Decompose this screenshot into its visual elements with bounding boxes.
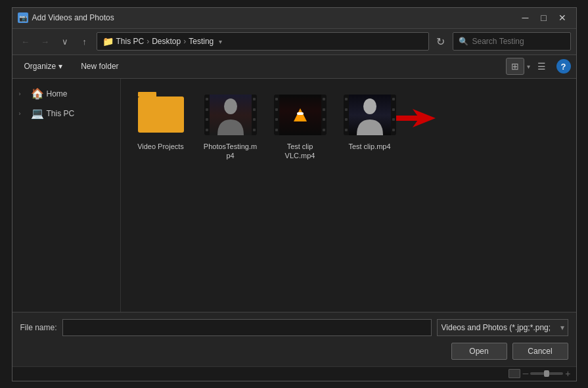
folder-thumbnail: [135, 92, 187, 138]
home-expand-arrow: ›: [19, 91, 27, 97]
this-pc-expand-arrow: ›: [19, 110, 27, 117]
this-pc-label: This PC: [47, 109, 114, 118]
view-grid-button[interactable]: ⊞: [506, 58, 524, 75]
zoom-thumb: [544, 370, 549, 377]
home-icon: 🏠: [31, 87, 43, 100]
window-controls: ─ □ ✕: [517, 11, 571, 24]
file-name: Test clip VLC.mp4: [273, 142, 327, 161]
zoom-plus-icon[interactable]: +: [565, 368, 570, 379]
svg-point-0: [224, 98, 237, 114]
film-strip-right: [321, 95, 327, 135]
sidebar-item-home[interactable]: › 🏠 Home: [12, 84, 120, 104]
svg-rect-3: [396, 116, 419, 121]
person-silhouette-2: [349, 95, 391, 135]
folder-icon: [138, 97, 184, 133]
down-button[interactable]: ∨: [57, 33, 73, 49]
view-list-icon: ☰: [537, 61, 546, 72]
file-grid: Video Projects: [131, 89, 566, 163]
organize-chevron: ▾: [58, 62, 62, 71]
app-icon: 📷: [18, 12, 28, 23]
help-button[interactable]: ?: [556, 59, 571, 74]
path-sep-1: ›: [147, 37, 149, 46]
view-buttons: ⊞ ▾ ☰: [506, 58, 551, 75]
red-arrow-svg: [396, 109, 436, 127]
help-label: ?: [561, 62, 566, 72]
red-arrow-indicator: [396, 109, 436, 129]
zoom-control: ─ +: [523, 368, 571, 379]
minimize-button[interactable]: ─: [517, 11, 534, 24]
path-testing: Testing: [189, 37, 214, 46]
refresh-button[interactable]: ↻: [433, 33, 449, 49]
video-thumbnail: [344, 92, 396, 138]
toolbar: Organize ▾ New folder ⊞ ▾ ☰ ?: [12, 55, 576, 79]
film-strip-left: [204, 95, 210, 135]
organize-label: Organize: [24, 62, 57, 71]
back-button[interactable]: ←: [18, 33, 34, 49]
title-bar: 📷 Add Videos and Photos ─ □ ✕: [12, 8, 576, 29]
list-item[interactable]: Test clip VLC.mp4: [271, 89, 330, 163]
file-name: PhotosTesting.mp4: [204, 142, 258, 161]
vlc-cone-icon: [294, 108, 307, 121]
new-folder-button[interactable]: New folder: [74, 58, 125, 75]
up-button[interactable]: ↑: [77, 33, 93, 49]
sidebar-item-this-pc[interactable]: › 💻 This PC: [12, 104, 120, 123]
organize-button[interactable]: Organize ▾: [18, 58, 70, 75]
person-silhouette: [210, 95, 252, 135]
video-thumbnail: [274, 92, 327, 138]
search-input[interactable]: [472, 37, 571, 46]
filetype-wrapper: Videos and Photos (*.jpg;*.png;: [437, 319, 568, 336]
zoom-slider[interactable]: [530, 372, 563, 375]
video-content: [210, 95, 252, 135]
filetype-select[interactable]: Videos and Photos (*.jpg;*.png;: [437, 319, 568, 336]
path-folder-icon: 📁: [102, 36, 114, 47]
this-pc-icon: 💻: [31, 107, 43, 119]
view-list-button[interactable]: ☰: [533, 58, 551, 75]
maximize-button[interactable]: □: [535, 11, 553, 24]
status-icon-1: [509, 369, 520, 378]
path-chevron: ▾: [219, 38, 222, 45]
filename-label: File name:: [20, 323, 57, 332]
view-grid-icon: ⊞: [511, 61, 519, 72]
home-label: Home: [47, 89, 114, 98]
video-content: [349, 95, 391, 135]
film-strip-right: [391, 95, 396, 135]
close-button[interactable]: ✕: [554, 11, 571, 24]
sidebar: › 🏠 Home › 💻 This PC: [12, 79, 121, 312]
film-strip-right: [252, 95, 257, 135]
filename-row: File name: Videos and Photos (*.jpg;*.pn…: [20, 319, 568, 336]
file-name: Video Projects: [137, 142, 184, 151]
action-row: Open Cancel: [20, 343, 568, 360]
list-item[interactable]: Video Projects: [131, 89, 191, 163]
forward-button[interactable]: →: [37, 33, 53, 49]
svg-point-1: [363, 98, 376, 114]
list-item[interactable]: PhotosTesting.mp4: [201, 89, 260, 163]
add-videos-dialog: 📷 Add Videos and Photos ─ □ ✕ ← → ∨ ↑ 📁 …: [12, 7, 577, 381]
view-dropdown-chevron: ▾: [527, 63, 530, 70]
open-button[interactable]: Open: [451, 343, 507, 360]
path-this-pc: This PC: [116, 37, 145, 46]
video-frame: [274, 95, 327, 135]
file-name: Test clip.mp4: [348, 142, 390, 151]
cancel-button[interactable]: Cancel: [512, 343, 568, 360]
path-desktop: Desktop: [152, 37, 181, 46]
address-path[interactable]: 📁 This PC › Desktop › Testing ▾: [97, 32, 429, 51]
video-frame: [204, 95, 257, 135]
video-content: [279, 95, 321, 135]
file-area: Video Projects: [121, 79, 576, 312]
status-bar: ─ +: [12, 366, 576, 381]
main-content: › 🏠 Home › 💻 This PC Video Projects: [12, 79, 576, 312]
bottom-bar: File name: Videos and Photos (*.jpg;*.pn…: [12, 312, 576, 366]
address-bar: ← → ∨ ↑ 📁 This PC › Desktop › Testing ▾ …: [12, 29, 576, 55]
video-thumbnail: [204, 92, 257, 138]
zoom-minus-icon[interactable]: ─: [523, 369, 529, 378]
path-sep-2: ›: [183, 37, 186, 46]
dialog-title: Add Videos and Photos: [32, 13, 517, 22]
film-strip-left: [274, 95, 279, 135]
video-frame: [344, 95, 396, 135]
list-item[interactable]: Test clip.mp4: [340, 89, 399, 163]
filename-input[interactable]: [62, 319, 432, 336]
new-folder-label: New folder: [81, 62, 118, 71]
film-strip-left: [344, 95, 349, 135]
search-box[interactable]: 🔍: [453, 32, 571, 51]
search-icon: 🔍: [459, 37, 468, 46]
